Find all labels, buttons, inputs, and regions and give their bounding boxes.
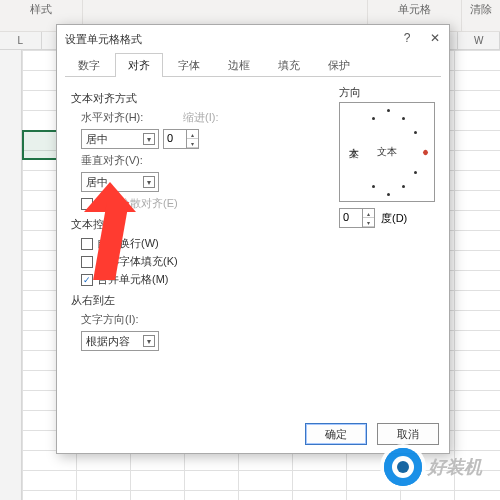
indent-spinner[interactable]: 0 ▴▾ [163, 129, 199, 149]
tab-font[interactable]: 字体 [165, 53, 213, 77]
col-L[interactable]: L [0, 32, 42, 49]
dialog-title: 设置单元格格式 [65, 33, 142, 45]
dialog-titlebar[interactable]: 设置单元格格式 ? ✕ [57, 25, 449, 53]
caret-up-icon[interactable]: ▴ [187, 130, 198, 139]
help-icon[interactable]: ? [393, 25, 421, 53]
caret-up-icon[interactable]: ▴ [363, 209, 374, 218]
watermark-logo-icon [384, 448, 422, 486]
dialog-tabs: 数字 对齐 字体 边框 填充 保护 [65, 53, 441, 77]
ok-button[interactable]: 确定 [305, 423, 367, 445]
tab-number[interactable]: 数字 [65, 53, 113, 77]
checkbox-icon [81, 256, 93, 268]
h-align-label: 水平对齐(H): [81, 110, 159, 125]
indent-label: 缩进(I): [183, 110, 218, 125]
wrap-text-checkbox[interactable]: 自动换行(W) [81, 236, 435, 251]
tab-alignment[interactable]: 对齐 [115, 53, 163, 77]
orientation-dial[interactable]: 文本 文本 [339, 102, 435, 202]
caret-down-icon[interactable]: ▾ [363, 218, 374, 227]
checkbox-icon [81, 238, 93, 250]
chevron-down-icon: ▾ [143, 133, 155, 145]
v-align-label: 垂直对齐(V): [81, 153, 159, 168]
watermark: 好装机 [384, 448, 482, 486]
cancel-button[interactable]: 取消 [377, 423, 439, 445]
orientation-handle-icon[interactable] [422, 149, 429, 156]
close-icon[interactable]: ✕ [421, 25, 449, 53]
v-align-select[interactable]: 居中▾ [81, 172, 159, 192]
ribbon-clear[interactable]: 清除 [462, 0, 500, 31]
merge-cells-checkbox[interactable]: ✓ 合并单元格(M) [81, 272, 435, 287]
text-direction-select[interactable]: 根据内容▾ [81, 331, 159, 351]
tab-protection[interactable]: 保护 [315, 53, 363, 77]
format-cells-dialog: 设置单元格格式 ? ✕ 数字 对齐 字体 边框 填充 保护 文本对齐方式 水平对… [56, 24, 450, 454]
row-headers [0, 50, 22, 500]
checkbox-icon [81, 198, 93, 210]
degree-spinner[interactable]: 0 ▴▾ [339, 208, 375, 228]
orientation-center-text: 文本 [377, 145, 397, 159]
caret-down-icon[interactable]: ▾ [187, 139, 198, 148]
text-direction-label: 文字方向(I): [81, 312, 159, 327]
checkbox-icon: ✓ [81, 274, 93, 286]
section-orientation: 方向 [339, 85, 435, 100]
degree-label: 度(D) [381, 211, 407, 226]
shrink-to-fit-checkbox[interactable]: 缩小字体填充(K) [81, 254, 435, 269]
h-align-select[interactable]: 居中▾ [81, 129, 159, 149]
section-rtl: 从右到左 [71, 293, 435, 308]
tab-border[interactable]: 边框 [215, 53, 263, 77]
col-W[interactable]: W [458, 32, 500, 49]
tab-fill[interactable]: 填充 [265, 53, 313, 77]
watermark-text: 好装机 [428, 455, 482, 479]
chevron-down-icon: ▾ [143, 176, 155, 188]
chevron-down-icon: ▾ [143, 335, 155, 347]
